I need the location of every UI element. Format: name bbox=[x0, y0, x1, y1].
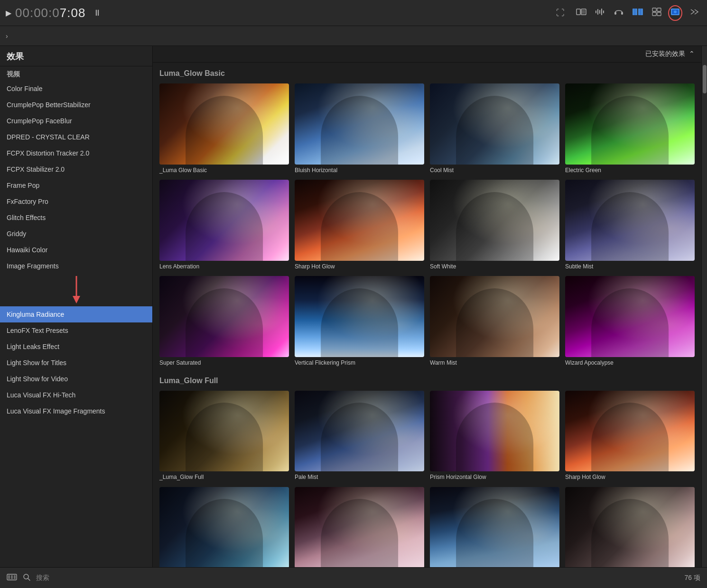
effect-item[interactable]: _Luma Glow Basic bbox=[159, 83, 289, 174]
top-bar: ▶ 00:00:07:08 ⏸ ⛶ bbox=[0, 0, 707, 26]
effect-item[interactable]: Subtle Mist bbox=[565, 180, 695, 270]
effect-label: Sharp Hot Glow bbox=[295, 263, 424, 271]
main-content: 效果 视频 Color FinaleCrumplePop BetterStabi… bbox=[0, 46, 707, 567]
toolbar2: › bbox=[0, 26, 707, 46]
effect-item[interactable]: Sharp Hot Glow bbox=[565, 391, 695, 481]
effect-item[interactable]: Shimmering bbox=[159, 487, 289, 567]
sidebar-item-1[interactable]: CrumplePop BetterStabilizer bbox=[0, 97, 152, 113]
sidebar-item-4[interactable]: FCPX Distortion Tracker 2.0 bbox=[0, 145, 152, 161]
svg-rect-18 bbox=[657, 8, 661, 11]
effect-thumbnail bbox=[565, 180, 695, 261]
sidebar-item-10[interactable]: Hawaiki Color bbox=[0, 242, 152, 258]
effect-label: _Luma Glow Basic bbox=[159, 167, 289, 175]
effect-item[interactable]: Super Saturated bbox=[159, 276, 289, 367]
effect-item[interactable]: Soft White bbox=[430, 180, 559, 270]
svg-rect-12 bbox=[621, 12, 623, 15]
effect-label: Soft White bbox=[430, 263, 559, 271]
play-controls: ▶ 00:00:07:08 ⏸ ⛶ bbox=[6, 6, 565, 20]
clip-icon[interactable] bbox=[630, 6, 645, 20]
effect-item[interactable]: Vertical Flickering Prism bbox=[295, 276, 424, 367]
sidebar-item-3[interactable]: DPRED - CRYSTAL CLEAR bbox=[0, 129, 152, 145]
effect-thumbnail bbox=[295, 276, 424, 357]
sidebar-item-14[interactable]: Light Leaks Effect bbox=[0, 339, 152, 355]
svg-rect-17 bbox=[652, 8, 656, 11]
sidebar-item-9[interactable]: Griddy bbox=[0, 226, 152, 242]
effects-browser-icon[interactable] bbox=[668, 5, 682, 21]
sidebar-item-12[interactable]: Kingluma Radiance bbox=[0, 306, 152, 322]
effect-item[interactable]: Soft Bright White bbox=[565, 487, 695, 567]
sidebar-item-15[interactable]: Light Show for Titles bbox=[0, 355, 152, 371]
effect-thumbnail bbox=[565, 487, 695, 567]
effect-thumbnail bbox=[430, 180, 559, 261]
svg-rect-0 bbox=[577, 9, 580, 15]
sidebar-header: 效果 bbox=[0, 46, 152, 66]
effect-item[interactable]: Warm Mist bbox=[430, 276, 559, 367]
svg-rect-9 bbox=[601, 9, 602, 15]
headphones-icon[interactable] bbox=[612, 6, 625, 20]
svg-rect-8 bbox=[599, 10, 600, 14]
installed-effects-dropdown[interactable]: 已安装的效果 ⌃ bbox=[645, 50, 695, 58]
waveform-icon[interactable] bbox=[593, 6, 607, 20]
effect-thumbnail bbox=[565, 391, 695, 472]
expand-button[interactable]: ⛶ bbox=[556, 8, 565, 18]
effect-label: _Luma_Glow Full bbox=[159, 474, 289, 481]
svg-marker-25 bbox=[73, 296, 80, 303]
effects-grid: _Luma Glow BasicBluish HorizontalCool Mi… bbox=[159, 83, 695, 367]
effect-thumbnail bbox=[295, 391, 424, 472]
effects-scroll[interactable]: Luma_Glow Basic_Luma Glow BasicBluish Ho… bbox=[153, 63, 701, 567]
play-button[interactable]: ▶ bbox=[6, 9, 11, 18]
pause-icon[interactable]: ⏸ bbox=[93, 8, 102, 18]
effects-dropdown-chevron: ⌃ bbox=[689, 50, 695, 57]
bottom-bar: 搜索 76 项 bbox=[0, 567, 707, 588]
effect-label: Wizard Apocalypse bbox=[565, 359, 695, 367]
effect-thumbnail bbox=[430, 276, 559, 357]
sidebar-item-13[interactable]: LenoFX Text Presets bbox=[0, 322, 152, 339]
effect-item[interactable]: Bluish Horizontal bbox=[295, 83, 424, 174]
effect-item[interactable]: Shimmering bbox=[295, 487, 424, 567]
effect-item[interactable]: Pale Mist bbox=[295, 391, 424, 481]
search-icon[interactable] bbox=[23, 573, 30, 583]
sidebar-item-2[interactable]: CrumplePop FaceBlur bbox=[0, 113, 152, 129]
effect-label: Electric Green bbox=[565, 167, 695, 175]
sidebar-item-16[interactable]: Light Show for Video bbox=[0, 371, 152, 387]
svg-rect-27 bbox=[8, 575, 10, 579]
effect-item[interactable]: Prism Horizontal Glow bbox=[430, 391, 559, 481]
effect-item[interactable]: Wizard Apocalypse bbox=[565, 276, 695, 367]
toolbar-icons bbox=[574, 5, 701, 21]
sidebar-item-0[interactable]: Color Finale bbox=[0, 81, 152, 97]
view-toggle-icon[interactable] bbox=[574, 6, 588, 20]
effect-thumbnail bbox=[565, 276, 695, 357]
effect-label: Subtle Mist bbox=[565, 263, 695, 271]
timecode-bright: 7:08 bbox=[60, 6, 86, 20]
svg-point-30 bbox=[24, 574, 28, 579]
effect-thumbnail bbox=[295, 487, 424, 567]
effect-label: Cool Mist bbox=[430, 167, 559, 175]
sidebar-list: Color FinaleCrumplePop BetterStabilizerC… bbox=[0, 81, 152, 567]
sidebar-section-video: 视频 bbox=[0, 66, 152, 81]
sidebar-item-18[interactable]: Luca Visual FX Image Fragments bbox=[0, 403, 152, 419]
effect-item[interactable]: Skewed Vertical bbox=[430, 487, 559, 567]
sidebar-item-17[interactable]: Luca Visual FX Hi-Tech bbox=[0, 387, 152, 403]
effect-label: Super Saturated bbox=[159, 359, 289, 367]
sidebar-item-5[interactable]: FCPX Stabilizer 2.0 bbox=[0, 161, 152, 177]
grid-view-icon[interactable] bbox=[650, 6, 663, 20]
effect-thumbnail bbox=[295, 83, 424, 165]
effect-item[interactable]: Sharp Hot Glow bbox=[295, 180, 424, 270]
timecode-dim: 00:00:0 bbox=[15, 6, 60, 20]
right-scrollbar[interactable] bbox=[701, 46, 707, 567]
sidebar: 效果 视频 Color FinaleCrumplePop BetterStabi… bbox=[0, 46, 153, 567]
effects-panel: 已安装的效果 ⌃ Luma_Glow Basic_Luma Glow Basic… bbox=[153, 46, 701, 567]
sidebar-item-8[interactable]: Glitch Effects bbox=[0, 210, 152, 226]
filmstrip-icon[interactable] bbox=[7, 573, 17, 583]
chevron-right-icon[interactable]: › bbox=[6, 32, 8, 40]
scrollbar-thumb[interactable] bbox=[703, 65, 707, 93]
sidebar-item-7[interactable]: FxFactory Pro bbox=[0, 193, 152, 210]
effect-item[interactable]: Electric Green bbox=[565, 83, 695, 174]
effect-item[interactable]: _Luma_Glow Full bbox=[159, 391, 289, 481]
close-panel-icon[interactable] bbox=[687, 6, 701, 20]
effect-item[interactable]: Lens Aberration bbox=[159, 180, 289, 270]
sidebar-item-11[interactable]: Image Fragments bbox=[0, 258, 152, 274]
effect-item[interactable]: Cool Mist bbox=[430, 83, 559, 174]
effect-label: Lens Aberration bbox=[159, 263, 289, 271]
sidebar-item-6[interactable]: Frame Pop bbox=[0, 177, 152, 193]
